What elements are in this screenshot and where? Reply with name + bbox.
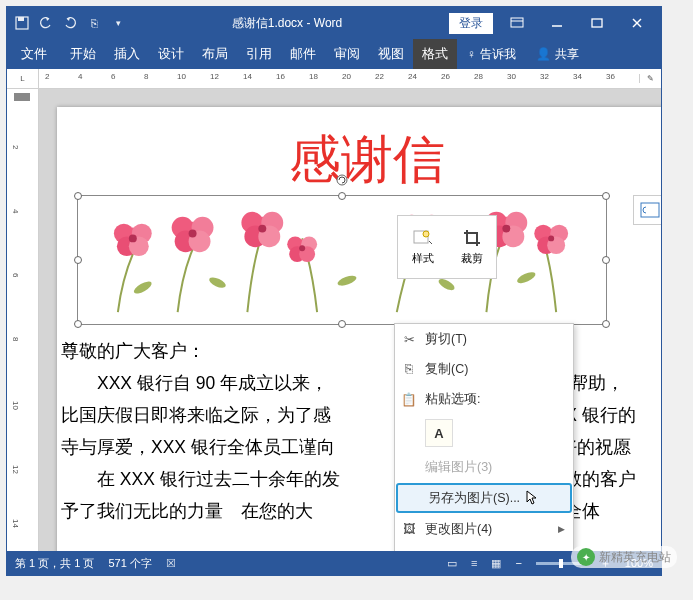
ctx-group: ▣组合(G)▶ bbox=[395, 544, 573, 551]
svg-rect-2 bbox=[511, 18, 523, 27]
watermark: ✦ 新精英充电站 bbox=[571, 546, 677, 568]
tab-file[interactable]: 文件 bbox=[7, 39, 61, 69]
zoom-out-icon[interactable]: − bbox=[515, 557, 521, 569]
undo-icon[interactable] bbox=[35, 12, 57, 34]
ctx-edit-picture: 编辑图片(3) bbox=[395, 452, 573, 482]
page: 感谢信 bbox=[57, 107, 661, 551]
view-web-icon[interactable]: ▦ bbox=[491, 557, 501, 570]
clipboard-a-icon: A bbox=[434, 426, 443, 441]
rotate-handle[interactable] bbox=[336, 174, 348, 186]
svg-point-60 bbox=[548, 235, 554, 241]
share-icon: 👤 bbox=[536, 47, 551, 61]
svg-point-12 bbox=[437, 277, 457, 293]
svg-point-54 bbox=[502, 225, 510, 233]
qat-more-icon[interactable]: ▾ bbox=[107, 12, 129, 34]
redo-icon[interactable] bbox=[59, 12, 81, 34]
qat-insert-icon[interactable]: ⎘ bbox=[83, 12, 105, 34]
svg-point-63 bbox=[423, 231, 429, 237]
cut-icon: ✂ bbox=[401, 332, 417, 347]
ruler-vertical[interactable]: 2 4 6 8 10 12 14 bbox=[7, 89, 39, 551]
ctx-change-picture[interactable]: 🖼更改图片(4)▶ bbox=[395, 514, 573, 544]
svg-point-13 bbox=[516, 270, 537, 285]
svg-rect-1 bbox=[18, 17, 24, 21]
svg-rect-61 bbox=[641, 203, 659, 217]
tab-format[interactable]: 格式 bbox=[413, 39, 457, 69]
view-print-icon[interactable]: ≡ bbox=[471, 557, 477, 569]
paste-option-keep-text[interactable]: A bbox=[425, 419, 453, 447]
status-spellcheck-icon[interactable]: ☒ bbox=[166, 557, 176, 570]
ctx-paste-label: 📋粘贴选项: bbox=[395, 384, 573, 414]
tellme-button[interactable]: ♀告诉我 bbox=[457, 39, 526, 69]
ctx-save-as-picture[interactable]: 另存为图片(S)... bbox=[396, 483, 572, 513]
crop-icon bbox=[462, 228, 482, 248]
flower-image-content bbox=[88, 204, 596, 316]
layout-options-icon bbox=[640, 202, 660, 218]
svg-point-10 bbox=[208, 275, 228, 290]
resize-handle-tl[interactable] bbox=[74, 192, 82, 200]
document-viewport[interactable]: 感谢信 bbox=[39, 89, 661, 551]
resize-handle-ml[interactable] bbox=[74, 256, 82, 264]
tab-references[interactable]: 引用 bbox=[237, 39, 281, 69]
paste-icon: 📋 bbox=[401, 392, 417, 407]
document-title: 感谢信 bbox=[57, 125, 661, 195]
resize-handle-tr[interactable] bbox=[602, 192, 610, 200]
tab-home[interactable]: 开始 bbox=[61, 39, 105, 69]
context-menu: ✂剪切(T) ⎘复制(C) 📋粘贴选项: A 编辑图片(3) 另存为图片(S).… bbox=[394, 323, 574, 551]
resize-handle-tm[interactable] bbox=[338, 192, 346, 200]
titlebar: ⎘ ▾ 感谢信1.docx - Word 登录 bbox=[7, 7, 661, 39]
ruler-v-margin-top bbox=[14, 93, 30, 101]
ruler-horizontal[interactable]: L 2 4 6 8 10 12 14 16 18 20 22 24 26 28 … bbox=[7, 69, 661, 89]
minimize-icon[interactable] bbox=[537, 9, 577, 37]
cursor-icon bbox=[526, 490, 540, 506]
ctx-copy[interactable]: ⎘复制(C) bbox=[395, 354, 573, 384]
layout-options-button[interactable] bbox=[633, 195, 661, 225]
submenu-arrow-icon: ▶ bbox=[558, 524, 565, 534]
window-title: 感谢信1.docx - Word bbox=[129, 15, 445, 32]
copy-icon: ⎘ bbox=[401, 362, 417, 376]
ruler-edit-icon[interactable]: ✎ bbox=[639, 74, 661, 83]
ctx-cut[interactable]: ✂剪切(T) bbox=[395, 324, 573, 354]
style-icon bbox=[412, 228, 434, 248]
tab-mailings[interactable]: 邮件 bbox=[281, 39, 325, 69]
status-page[interactable]: 第 1 页，共 1 页 bbox=[15, 556, 94, 571]
svg-point-11 bbox=[336, 274, 357, 288]
resize-handle-br[interactable] bbox=[602, 320, 610, 328]
tab-view[interactable]: 视图 bbox=[369, 39, 413, 69]
share-button[interactable]: 👤共享 bbox=[526, 39, 589, 69]
ribbon-tabs: 文件 开始 插入 设计 布局 引用 邮件 审阅 视图 格式 ♀告诉我 👤共享 bbox=[7, 39, 661, 69]
selected-image[interactable] bbox=[77, 195, 607, 325]
tab-insert[interactable]: 插入 bbox=[105, 39, 149, 69]
wechat-icon: ✦ bbox=[577, 548, 595, 566]
resize-handle-bm[interactable] bbox=[338, 320, 346, 328]
save-icon[interactable] bbox=[11, 12, 33, 34]
status-word-count[interactable]: 571 个字 bbox=[108, 556, 151, 571]
ctx-paste-options: A bbox=[395, 414, 573, 452]
maximize-icon[interactable] bbox=[577, 9, 617, 37]
svg-point-19 bbox=[129, 234, 137, 242]
resize-handle-mr[interactable] bbox=[602, 256, 610, 264]
crop-button[interactable]: 裁剪 bbox=[447, 216, 496, 278]
change-picture-icon: 🖼 bbox=[401, 522, 417, 536]
svg-point-9 bbox=[132, 279, 153, 296]
svg-point-31 bbox=[258, 225, 266, 233]
mini-toolbar: 样式 裁剪 bbox=[397, 215, 497, 279]
lightbulb-icon: ♀ bbox=[467, 47, 476, 61]
svg-rect-5 bbox=[592, 19, 602, 27]
statusbar: 第 1 页，共 1 页 571 个字 ☒ ▭ ≡ ▦ − ＋ 100% bbox=[7, 551, 661, 575]
resize-handle-bl[interactable] bbox=[74, 320, 82, 328]
view-read-icon[interactable]: ▭ bbox=[447, 557, 457, 570]
tab-design[interactable]: 设计 bbox=[149, 39, 193, 69]
ribbon-display-icon[interactable] bbox=[497, 9, 537, 37]
close-icon[interactable] bbox=[617, 9, 657, 37]
svg-point-37 bbox=[299, 245, 305, 251]
tab-review[interactable]: 审阅 bbox=[325, 39, 369, 69]
tab-layout[interactable]: 布局 bbox=[193, 39, 237, 69]
svg-point-25 bbox=[189, 230, 197, 238]
style-button[interactable]: 样式 bbox=[398, 216, 447, 278]
ruler-corner[interactable]: L bbox=[7, 69, 39, 88]
login-button[interactable]: 登录 bbox=[449, 13, 493, 34]
